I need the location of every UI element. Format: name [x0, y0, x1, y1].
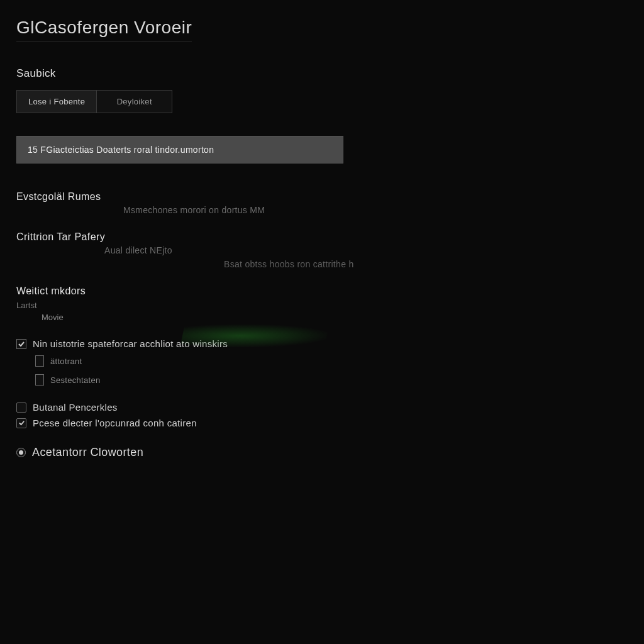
field-weitict: Weitict mkdors Lartst Movie: [16, 286, 628, 322]
tab-deyloiket[interactable]: Deyloiket: [97, 90, 172, 113]
indent-item-1-label: Sestechtaten: [50, 375, 101, 385]
group-item-1[interactable]: Pcese dlecter l'opcunrad conh catiren: [16, 418, 628, 428]
field-crittrion-sub: Aual dilect NEjto: [104, 245, 628, 255]
radio-icon[interactable]: [16, 448, 26, 457]
group-item-1-label: Pcese dlecter l'opcunrad conh catiren: [33, 418, 197, 428]
indent-item-0-label: ättotrant: [50, 357, 82, 366]
layers-icon[interactable]: [16, 402, 26, 413]
tab-lose[interactable]: Lose i Fobente: [16, 90, 97, 113]
group-item-0[interactable]: Butanal Pencerkles: [16, 402, 628, 413]
tab-row: Lose i Fobente Deyloiket: [16, 90, 628, 113]
footer-label: Acetantorr Cloworten: [32, 446, 143, 459]
field-crittrion: Crittrion Tar Pafery Aual dilect NEjto B…: [16, 231, 628, 269]
indent-item-1[interactable]: Sestechtaten: [35, 374, 628, 386]
search-label: Saubick: [16, 67, 628, 80]
status-banner: 15 FGiacteictias Doaterts roral tindor.u…: [16, 136, 343, 164]
page-title: GlCasofergen Voroeir: [16, 18, 192, 42]
footer-row[interactable]: Acetantorr Cloworten: [16, 446, 628, 459]
field-evstcgolal-sub: Msmechones morori on dortus MM: [123, 205, 628, 215]
field-evstcgolal: Evstcgoläl Rumes Msmechones morori on do…: [16, 191, 628, 215]
field-weitict-mini-label: Lartst: [16, 301, 628, 310]
box-icon[interactable]: [35, 374, 44, 386]
checkbox-main-label: Nin uistotrie spateforcar acchliot ato w…: [33, 338, 228, 349]
field-weitict-mini-val: Movie: [42, 313, 628, 322]
group-item-0-label: Butanal Pencerkles: [33, 402, 118, 413]
field-crittrion-sub2: Bsat obtss hoobs ron cattrithe h: [224, 259, 628, 269]
indent-item-0[interactable]: ättotrant: [35, 355, 628, 367]
checkbox-icon[interactable]: [16, 418, 26, 428]
checkbox-icon[interactable]: [16, 339, 26, 349]
group-block: Butanal Pencerkles Pcese dlecter l'opcun…: [16, 402, 628, 428]
field-crittrion-label: Crittrion Tar Pafery: [16, 231, 628, 243]
field-evstcgolal-label: Evstcgoläl Rumes: [16, 191, 628, 203]
field-weitict-label: Weitict mkdors: [16, 286, 628, 297]
indent-block: ättotrant Sestechtaten: [35, 355, 628, 386]
box-icon[interactable]: [35, 355, 44, 367]
checkbox-main-row[interactable]: Nin uistotrie spateforcar acchliot ato w…: [16, 338, 628, 349]
